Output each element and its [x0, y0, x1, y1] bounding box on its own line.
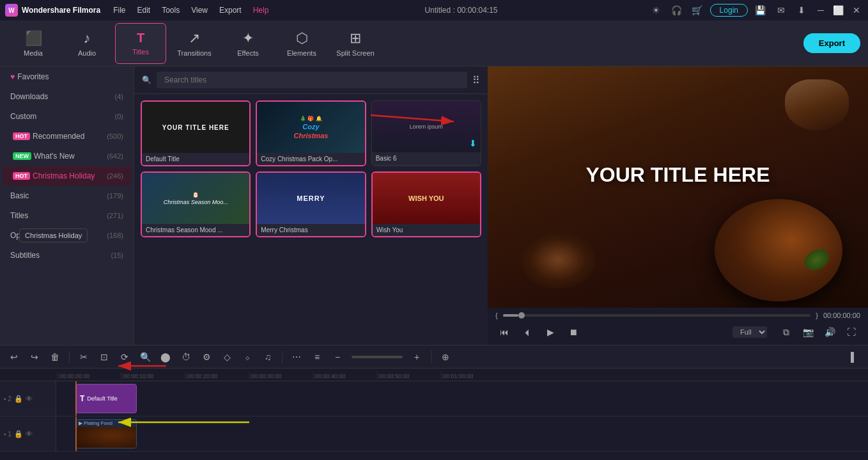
preview-area: YOUR TITLE HERE { } 00:00:00:00 ⏮ ⏴ ▶ ⏹ …: [488, 67, 868, 345]
title-card-basic6[interactable]: Lorem ipsum ⬇ Basic 6: [371, 100, 481, 166]
cart-icon[interactable]: 🛒: [690, 3, 705, 18]
menu-file[interactable]: File: [108, 3, 130, 17]
menu-help[interactable]: Help: [248, 3, 274, 17]
ripple-button[interactable]: ≡: [308, 348, 326, 366]
tool-titles[interactable]: T Titles: [115, 23, 166, 64]
sidebar-item-subtitles[interactable]: Subtitles (15): [3, 246, 131, 265]
track-content-1[interactable]: ▶ Plating Food: [56, 416, 868, 451]
controls-row: ⏮ ⏴ ▶ ⏹ Full 1/2 1/4 ⧉ 📷 🔊 ⛶: [495, 323, 860, 341]
tool-effects[interactable]: ✦ Effects: [222, 23, 274, 64]
menu-edit[interactable]: Edit: [132, 3, 155, 17]
lock-icon-1[interactable]: 🔒: [14, 430, 23, 438]
zoom-in-button[interactable]: +: [408, 348, 426, 366]
title-thumb-merry: MERRY: [257, 173, 364, 224]
title-label-merry: Merry Christmas: [257, 224, 364, 236]
sidebar-item-christmas-holiday[interactable]: HOT Christmas Holiday (246): [3, 166, 131, 186]
menu-tools[interactable]: Tools: [157, 3, 185, 17]
tool-split-screen[interactable]: ⊞ Split Screen: [330, 23, 381, 64]
sun-icon[interactable]: ☀: [649, 3, 664, 18]
minimize-button[interactable]: ─: [814, 4, 827, 17]
menu-view[interactable]: View: [186, 3, 213, 17]
grid-icon[interactable]: ⠿: [472, 74, 480, 86]
title-thumb-christmas: 🎄 🎁 🔔 Cozy Christmas: [257, 102, 364, 153]
title-card-wish[interactable]: WISH YOU Wish You: [371, 171, 481, 237]
title-label-cozy-christmas: Cozy Christmas Pack Op...: [257, 153, 364, 165]
tool-media[interactable]: ⬛ Media: [8, 23, 59, 64]
camera-button[interactable]: 📷: [799, 323, 817, 341]
sidebar-item-custom[interactable]: Custom (0): [3, 107, 131, 126]
step-back-button[interactable]: ⏮: [495, 323, 513, 341]
elements-icon: ⬡: [296, 30, 308, 47]
eye-icon-1[interactable]: 👁: [26, 430, 33, 438]
export-button[interactable]: Export: [803, 33, 860, 53]
title-label-wish: Wish You: [373, 224, 480, 236]
sidebar-downloads-count: (4): [115, 93, 123, 100]
maximize-button[interactable]: ⬜: [832, 4, 845, 17]
keyframe-button[interactable]: ⬦: [238, 348, 256, 366]
tool-audio[interactable]: ♪ Audio: [61, 23, 112, 64]
settings2-button[interactable]: ⚙: [198, 348, 215, 366]
sidebar-item-recommended[interactable]: HOT Recommended (500): [3, 127, 131, 146]
crop-button[interactable]: ⊡: [95, 348, 113, 366]
play-button[interactable]: ▶: [541, 323, 559, 341]
sidebar-item-whats-new[interactable]: NEW What's New (642): [3, 147, 131, 166]
title-card-cozy-christmas[interactable]: 🎄 🎁 🔔 Cozy Christmas Cozy Christmas Pack…: [256, 100, 366, 166]
project-title: Untitled : 00:00:04:15: [424, 6, 497, 15]
app-name: Wondershare Filmora: [22, 6, 100, 15]
add-marker-button[interactable]: ◇: [218, 348, 236, 366]
fullscreen-button[interactable]: ⛶: [842, 323, 860, 341]
track-content-2[interactable]: T Default Title: [56, 381, 868, 416]
effects-icon: ✦: [242, 30, 254, 47]
sidebar-item-downloads[interactable]: Downloads (4): [3, 87, 131, 106]
quality-select[interactable]: Full 1/2 1/4: [732, 326, 767, 338]
download-icon[interactable]: ⬇: [794, 3, 809, 18]
lock-icon-2[interactable]: 🔒: [14, 395, 23, 403]
logo-icon: W: [5, 4, 18, 17]
undo-button[interactable]: ↩: [5, 348, 23, 366]
redo-button[interactable]: ↪: [26, 348, 43, 366]
headphone-icon[interactable]: 🎧: [669, 3, 685, 18]
sidebar-openers-count: (168): [107, 232, 123, 239]
sidebar-item-basic[interactable]: Basic (179): [3, 186, 131, 205]
delete-button[interactable]: 🗑: [46, 348, 64, 366]
christmas-thumb-text2: Christmas: [294, 132, 329, 139]
tool-elements[interactable]: ⬡ Elements: [276, 23, 327, 64]
sidebar-item-titles[interactable]: Titles (271): [3, 206, 131, 225]
title-card-christmas-season[interactable]: 🎅 Christmas Season Moo... Christmas Seas…: [141, 171, 251, 237]
christmas-thumb-bg: 🎄 🎁 🔔 Cozy Christmas: [257, 102, 364, 153]
progress-track[interactable]: [503, 314, 811, 317]
eye-icon-2[interactable]: 👁: [26, 395, 33, 402]
mask-button[interactable]: ⬤: [157, 348, 174, 366]
effects-label: Effects: [237, 49, 258, 57]
title-clip[interactable]: T Default Title: [75, 384, 137, 413]
cut-button[interactable]: ✂: [75, 348, 93, 366]
pip-button[interactable]: ⧉: [777, 323, 795, 341]
search-input[interactable]: [157, 72, 467, 88]
sidebar-item-favorites[interactable]: ♥ Favorites: [3, 67, 131, 86]
video-clip[interactable]: ▶ Plating Food: [75, 419, 137, 448]
volume-button[interactable]: 🔊: [821, 323, 839, 341]
search-timeline-button[interactable]: 🔍: [136, 348, 154, 366]
progress-handle[interactable]: [518, 312, 525, 319]
add-track-button[interactable]: ⊕: [437, 348, 454, 366]
login-button[interactable]: Login: [710, 4, 748, 17]
mail-icon[interactable]: ✉: [773, 3, 789, 18]
stop-button[interactable]: ⏹: [564, 323, 582, 341]
snap-button[interactable]: ⋯: [288, 348, 306, 366]
time-button[interactable]: ⏱: [177, 348, 195, 366]
save-icon[interactable]: 💾: [753, 3, 768, 18]
tool-transitions[interactable]: ↗ Transitions: [169, 23, 220, 64]
close-button[interactable]: ✕: [850, 4, 863, 17]
menu-export[interactable]: Export: [214, 3, 247, 17]
rotate-button[interactable]: ⟳: [116, 348, 134, 366]
tl-right-btn[interactable]: ▌: [845, 348, 863, 366]
audio-btn2[interactable]: ♫: [259, 348, 277, 366]
play-back-button[interactable]: ⏴: [518, 323, 536, 341]
progress-fill: [503, 314, 518, 317]
zoom-out-button[interactable]: −: [329, 348, 346, 366]
title-card-merry[interactable]: MERRY Merry Christmas: [256, 171, 366, 237]
zoom-slider[interactable]: [352, 356, 403, 358]
title-card-default[interactable]: YOUR TITLE HERE Default Title: [141, 100, 251, 166]
title-thumb-default: YOUR TITLE HERE: [142, 102, 249, 153]
audio-icon: ♪: [84, 30, 91, 47]
